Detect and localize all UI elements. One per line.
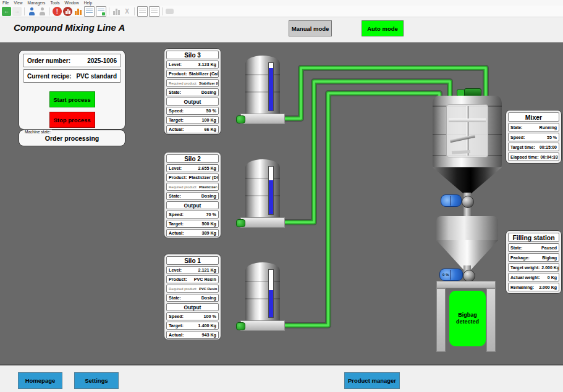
pipe-silo1-to-mixer [281,93,439,325]
menu-file[interactable]: File [0,1,11,5]
product-label: Product: [169,277,187,282]
silo3-target-row: Target:100 Kg [166,116,219,124]
mixer-valve-actuator [441,194,462,207]
state-label: State: [169,90,181,95]
auto-mode-button[interactable]: Auto mode [362,20,404,36]
report-confirm-icon[interactable] [96,6,106,17]
page-title: Compound Mixing Line A [14,22,125,33]
silo1-level-fill [269,290,273,317]
menu-help[interactable]: Help [82,1,95,5]
silo1-state-row: State:Dosing [166,294,219,302]
silo1-required-row: Required product:PVC Resin [166,285,219,293]
silo1-tank-body [245,262,280,322]
menu-tools[interactable]: Tools [48,1,62,5]
silo2-level-gauge [268,166,274,215]
silo2-tank-body [245,159,280,219]
silo3-level-row: Level:3.123 Kg [166,60,219,69]
actual-value: 66 Kg [204,127,216,132]
speed-label: Speed: [169,108,184,114]
required-label: Required product: [169,81,197,85]
level-label: Level: [169,62,182,67]
silo2-level-fill [269,180,273,214]
required-label: Required product: [169,185,197,189]
level-value: 2.655 Kg [198,165,216,171]
silo3-level-gauge [268,62,274,111]
target-weight-value: 2.000 Kg [541,265,559,270]
state-label: State: [169,193,181,199]
product-value: PVC Resin [194,277,216,282]
remaining-label: Remaining: [510,285,534,290]
toolbar-separator [24,7,25,15]
silo3-level-fill [269,68,273,111]
menu-view[interactable]: View [11,1,25,5]
actual-weight-label: Actual weight: [510,275,540,280]
mixer-panel-title: Mixer [508,112,559,122]
target-time-value: 00:15:00 [540,145,557,149]
required-label: Required product: [169,287,197,291]
silo1-level-row: Level:2.121 Kg [166,266,219,274]
silo1-target-row: Target:1.400 Kg [166,322,219,330]
statistics-icon[interactable] [74,7,83,16]
speed-value: 55 % [547,135,557,140]
actual-weight-value: 0 Kg [548,275,557,280]
mixer-window [446,104,488,157]
bigbag-stand-top [436,281,496,288]
back-icon[interactable]: ← [2,7,11,16]
event-log-icon[interactable] [63,7,72,16]
silo1-title: Silo 1 [166,256,219,265]
silo3-required-row: Required product:Stabilizer (Ca/Zn) [166,79,219,87]
silo1-speed-row: Speed:100 % [166,312,219,320]
state-label: State: [510,125,522,130]
state-label: State: [510,246,522,250]
menu-window[interactable]: Window [62,1,82,5]
order-number-row: Order number: 2025-1006 [23,54,121,67]
silo2-required-row: Required product:Plasticizer (DOP) [166,183,219,191]
stop-process-button[interactable]: Stop process [49,112,95,128]
mixer-elapsed-time-row: Elapsed time:00:04:33 [508,152,559,161]
package-value: Bigbag [542,256,557,260]
start-process-button[interactable]: Start process [49,91,95,107]
filling-panel-title: Filling station [508,233,559,242]
silo3-tank [240,56,285,125]
silo3-product-row: Product:Stabilizer (Ca/Zn) [166,70,219,78]
state-value: Paused [541,246,557,250]
silo3-output-header: Output [166,98,219,106]
mixer-cone [433,167,502,194]
mixer-speed-row: Speed:55 % [508,133,559,141]
bigbag-detected-indicator: Bigbag detected [449,291,486,346]
silo2-base [240,217,285,228]
silo2-target-row: Target:500 Kg [166,220,219,228]
level-label: Level: [169,165,182,171]
speed-label: Speed: [169,212,184,217]
filling-remaining-row: Remaining:2.000 Kg [508,283,559,291]
agitator-shaft [466,106,469,156]
add-user-icon[interactable] [27,7,36,16]
filling-station-panel: Filling station State:Paused Package:Big… [506,230,562,294]
menu-managers[interactable]: Managers [25,1,48,5]
silo3-actual-row: Actual:66 Kg [166,125,219,133]
product-manager-button[interactable]: Product manager [344,372,400,389]
homepage-button[interactable]: Homepage [18,372,62,389]
silo1-panel: Silo 1 Level:2.121 Kg Product:PVC Resin … [164,254,221,340]
chart-disabled-icon [112,7,121,16]
bigbag-stand-right-leg [486,288,496,352]
alarms-icon[interactable]: ! [53,7,62,16]
silo1-base [240,320,285,331]
required-value: Plasticizer (DOP) [199,185,219,189]
agitator-crossbar [449,119,486,122]
state-value: Dosing [201,90,216,95]
silo1-output-header: Output [166,303,219,311]
silo3-panel: Silo 3 Level:3.123 Kg Product:Stabilizer… [164,48,221,135]
edit-disabled-icon [137,6,148,17]
level-label: Level: [169,267,182,273]
current-recipe-value: PVC standard [76,73,117,80]
silo2-level-row: Level:2.655 Kg [166,164,219,172]
current-recipe-row: Current recipe: PVC standard [23,69,121,83]
silo1-dosing-motor [236,322,245,330]
actual-value: 389 Kg [201,230,216,236]
user-icon [38,7,47,16]
report-icon[interactable] [84,6,95,17]
settings-button[interactable]: Settings [74,372,119,389]
manual-mode-button[interactable]: Manual mode [289,20,332,36]
toolbar-separator [109,7,109,15]
